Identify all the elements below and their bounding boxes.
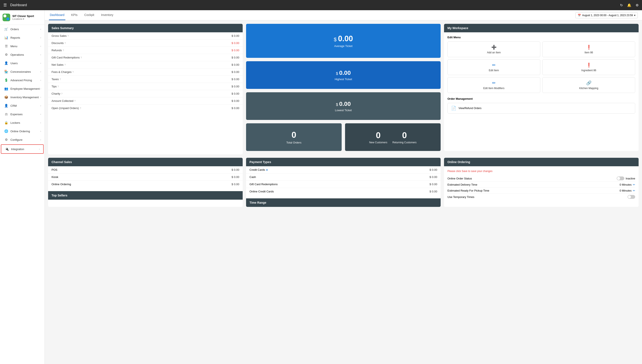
online-ordering-row: Online Ordering $ 0.00 — [48, 181, 243, 188]
calendar-icon: 📅 — [578, 14, 581, 17]
help-icon[interactable]: ? — [60, 78, 61, 80]
sidebar-item-menu[interactable]: ☰ Menu › — [0, 42, 45, 50]
edit-item-button[interactable]: ✏ Edit Item — [448, 59, 540, 75]
workspace-card: My Workspace Edit Menu ➕ Add an Item ❗ I… — [444, 24, 638, 151]
tab-cockpit[interactable]: Cockpit — [83, 10, 95, 20]
help-icon[interactable]: ? — [63, 49, 64, 52]
profile-location[interactable]: Locations ▾ — [12, 18, 42, 20]
sidebar-item-reports[interactable]: 📊 Reports › — [0, 34, 45, 42]
taxes-value: $ 0.00 — [232, 78, 239, 81]
help-icon[interactable]: ? — [74, 100, 76, 102]
sidebar-item-label: Advanced Pricing — [11, 79, 32, 82]
kiosk-row: Kiosk $ 0.00 — [48, 174, 243, 181]
chevron-right-icon: › — [40, 113, 41, 116]
sidebar-item-label: Lockers — [11, 121, 20, 124]
view-refund-orders-button[interactable]: 📄 View/Refund Orders — [448, 103, 635, 114]
ticket-row: $ 0.00 Highest Ticket $ 0.00 Lowest Tick… — [246, 61, 441, 120]
chevron-right-icon: › — [40, 104, 41, 107]
help-icon[interactable]: ? — [72, 71, 74, 73]
ingredient-86-button[interactable]: ❗ Ingredient 86 — [542, 59, 635, 75]
sidebar-item-online-ordering[interactable]: 🌐 Online Ordering › — [0, 127, 45, 136]
item-86-label: Item 86 — [584, 51, 593, 54]
sidebar-item-lockers[interactable]: 🔒 Lockers › — [0, 118, 45, 127]
pos-label: POS — [52, 168, 57, 171]
date-range-picker[interactable]: 📅 August 1, 2023 00:00 - August 1, 2023 … — [575, 12, 638, 18]
amount-value: $ 0.00 — [232, 99, 239, 102]
menu-icon[interactable]: ☰ — [4, 3, 7, 8]
expenses-icon: ⚖ — [4, 112, 8, 116]
sales-row-tips: Tips ? $ 0.00 — [48, 83, 243, 90]
help-icon[interactable]: ? — [68, 35, 69, 37]
temp-times-toggle[interactable] — [627, 195, 635, 199]
sidebar-item-integration[interactable]: 🔌 Integration › — [1, 144, 44, 154]
page-title: Dashboard — [10, 3, 620, 7]
sidebar-item-expenses[interactable]: ⚖ Expenses › — [0, 110, 45, 118]
plus-icon[interactable]: ⊕ — [266, 168, 268, 171]
payment-types-header: Payment Types — [246, 158, 441, 166]
tips-label: Tips ? — [52, 85, 59, 88]
help-icon[interactable]: ? — [80, 56, 82, 59]
delivery-time-edit-icon[interactable]: ✏ — [633, 183, 635, 186]
new-customers-count: 0 — [369, 130, 387, 140]
average-ticket-label: Average Ticket — [334, 44, 352, 48]
edit-pencil-icon: ✏ — [492, 62, 496, 68]
chevron-right-icon: › — [40, 130, 41, 132]
sidebar-item-operations[interactable]: ⚙ Operations › — [0, 50, 45, 59]
sidebar-item-label: CRM — [11, 104, 17, 107]
sidebar-item-concessionaires[interactable]: 🏪 Concessionaires › — [0, 68, 45, 76]
avatar — [3, 14, 10, 21]
online-ordering-body: Please click Save to save your changes O… — [444, 166, 638, 204]
kitchen-mapping-button[interactable]: 🔗 Kitchen Mapping — [542, 77, 635, 93]
sales-row-refunds: Refunds ? $ 0.00 — [48, 47, 243, 54]
workspace-buttons-grid: ➕ Add an Item ❗ Item 86 ✏ Edit Item ❗ — [448, 42, 635, 93]
sidebar-item-orders[interactable]: 🛒 Orders › — [0, 25, 45, 34]
net-sales-value: $ 0.00 — [232, 63, 239, 66]
temp-times-label: Use Temporary Times — [448, 196, 474, 198]
kitchen-mapping-label: Kitchen Mapping — [579, 87, 598, 90]
sales-row-net: Net Sales ? $ 0.00 — [48, 61, 243, 68]
chevron-right-icon: › — [40, 88, 41, 90]
sidebar-item-users[interactable]: 👤 Users › — [0, 59, 45, 68]
help-icon[interactable]: ? — [80, 107, 81, 110]
pickup-time-edit-icon[interactable]: ✏ — [633, 189, 635, 192]
tab-dashboard[interactable]: Dashboard — [49, 10, 65, 20]
chevron-right-icon: › — [40, 62, 41, 64]
help-icon[interactable]: ? — [64, 64, 66, 66]
time-range-section: Time Range — [246, 198, 441, 207]
sidebar-item-configure[interactable]: ⚙ Configure › — [0, 136, 45, 144]
crm-icon: 👤 — [4, 104, 8, 108]
sidebar-item-advanced-pricing[interactable]: 💲 Advanced Pricing › — [0, 76, 45, 84]
refresh-icon[interactable]: ↻ — [620, 3, 623, 7]
sidebar-item-inventory-management[interactable]: 📦 Inventory Management › — [0, 93, 45, 102]
total-orders-tile: 0 Total Orders — [246, 123, 342, 151]
sidebar-item-label: Online Ordering — [11, 130, 30, 133]
tab-kpis[interactable]: KPIs — [71, 10, 79, 20]
help-icon[interactable]: ? — [58, 85, 59, 88]
add-item-button[interactable]: ➕ Add an Item — [448, 42, 540, 57]
bell-icon[interactable]: 🔔 — [627, 3, 631, 7]
tab-inventory[interactable]: Inventory — [100, 10, 114, 20]
help-icon[interactable]: ? — [61, 92, 62, 95]
workspace-body: Edit Menu ➕ Add an Item ❗ Item 86 ✏ Edit — [444, 32, 638, 117]
sidebar-item-employee-management[interactable]: 👥 Employee Management › — [0, 84, 45, 93]
online-order-status-toggle[interactable] — [617, 176, 624, 180]
cash-value: $ 0.00 — [430, 176, 437, 178]
open-orders-label: Open (Unpaid Orders) ? — [52, 106, 81, 110]
sidebar-item-label: Inventory Management — [11, 96, 39, 99]
chevron-right-icon: › — [40, 36, 41, 39]
discounts-value: $ 0.00 — [232, 42, 239, 45]
highest-ticket-label: Highest Ticket — [335, 78, 352, 81]
sidebar-item-label: Operations — [11, 53, 24, 56]
returning-customers-label: Returning Customers — [392, 141, 416, 144]
lowest-ticket-amount: $ 0.00 — [336, 100, 351, 107]
sales-summary-header: Sales Summary — [48, 24, 243, 32]
gear-icon[interactable]: ⚙ — [635, 3, 638, 7]
online-save-warning: Please click Save to save your changes — [448, 170, 635, 173]
item-86-button[interactable]: ❗ Item 86 — [542, 42, 635, 57]
sidebar-item-crm[interactable]: 👤 CRM › — [0, 102, 45, 110]
help-icon[interactable]: ? — [65, 42, 66, 44]
highest-ticket-amount: $ 0.00 — [336, 70, 351, 76]
edit-item-modifiers-button[interactable]: ✏ Edit Item Modifiers — [448, 77, 540, 93]
online-ordering-icon: 🌐 — [4, 129, 8, 133]
sidebar-item-label: Expenses — [11, 113, 23, 116]
